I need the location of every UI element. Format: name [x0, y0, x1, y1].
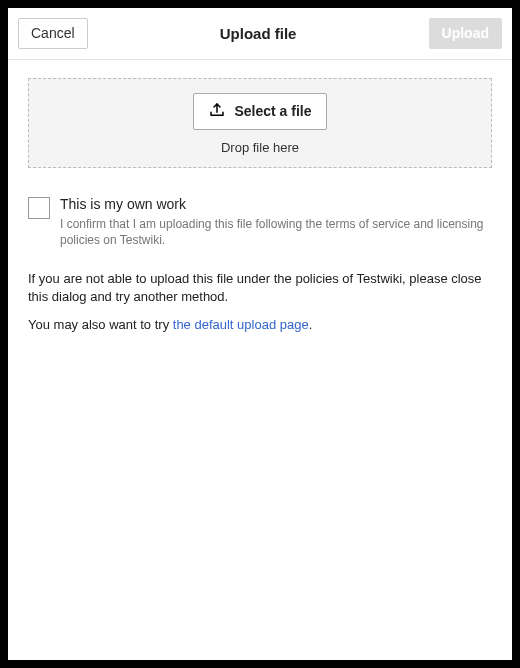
- policy-notice: If you are not able to upload this file …: [28, 270, 492, 306]
- alt-prefix: You may also want to try: [28, 317, 173, 332]
- own-work-checkbox[interactable]: [28, 197, 50, 219]
- own-work-section: This is my own work I confirm that I am …: [28, 196, 492, 248]
- cancel-button[interactable]: Cancel: [18, 18, 88, 49]
- alt-suffix: .: [309, 317, 313, 332]
- own-work-description: I confirm that I am uploading this file …: [60, 216, 492, 248]
- select-file-label: Select a file: [234, 103, 311, 119]
- default-upload-link[interactable]: the default upload page: [173, 317, 309, 332]
- own-work-title: This is my own work: [60, 196, 492, 212]
- dialog-content: Select a file Drop file here This is my …: [8, 60, 512, 350]
- alternative-text: You may also want to try the default upl…: [28, 317, 492, 332]
- dialog-header: Cancel Upload file Upload: [8, 8, 512, 60]
- upload-dialog: Cancel Upload file Upload Select a file …: [8, 8, 512, 660]
- own-work-text: This is my own work I confirm that I am …: [60, 196, 492, 248]
- upload-button[interactable]: Upload: [429, 18, 502, 49]
- file-dropzone[interactable]: Select a file Drop file here: [28, 78, 492, 168]
- upload-icon: [208, 101, 226, 122]
- drop-hint: Drop file here: [39, 140, 481, 155]
- dialog-title: Upload file: [88, 25, 429, 42]
- select-file-button[interactable]: Select a file: [193, 93, 326, 130]
